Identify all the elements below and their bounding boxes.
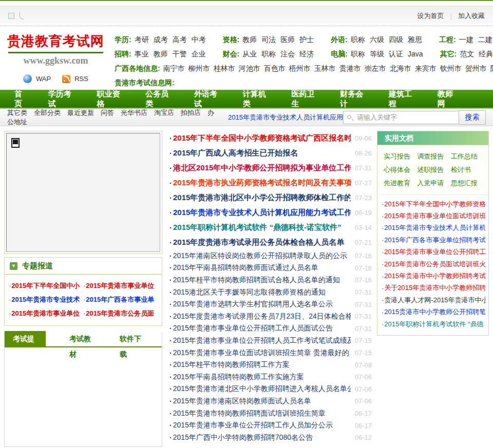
city-link[interactable]: 梧州市 <box>289 64 311 72</box>
main-nav-item[interactable]: 教师网 <box>438 89 460 109</box>
quick-link[interactable]: 成考 <box>154 35 168 44</box>
quick-link[interactable]: 职称 <box>261 50 276 58</box>
quick-link[interactable]: 职称 <box>351 35 365 44</box>
news-link[interactable]: 2015年贵港市事业单位公开招聘工作人员加分公示 <box>173 421 351 430</box>
quick-link[interactable]: 经济 <box>299 50 314 58</box>
tab[interactable]: 软件下载 <box>111 331 153 346</box>
city-link[interactable]: 桂林市 <box>214 64 235 72</box>
news-link[interactable]: 2015年平南县招聘特岗教师工作实施方案 <box>173 373 351 382</box>
news-link[interactable]: 2015年贵港市专业技术人员计算机应用能力考试工作的 <box>173 208 351 218</box>
quick-link[interactable]: 四级 <box>389 35 403 44</box>
quick-link[interactable]: 事业 <box>135 50 149 58</box>
quick-link[interactable]: 范文 <box>460 50 474 58</box>
rss-link[interactable]: RSS <box>74 75 88 83</box>
quick-link[interactable]: Java <box>408 50 423 58</box>
special-report-link[interactable]: ·2015年贵港市事业单位 <box>83 279 158 293</box>
main-nav-item[interactable]: 外语考试 <box>194 89 224 109</box>
quick-link[interactable]: 司法 <box>261 35 276 44</box>
quick-link[interactable]: 二建 <box>478 35 492 44</box>
main-nav-item[interactable]: 首页 <box>14 89 29 109</box>
search-button[interactable]: 搜索 <box>459 110 486 125</box>
news-link[interactable]: 2015年下半年全国中小学教师资格考试广西区报名时间 <box>173 133 351 143</box>
news-link[interactable]: 2015年贵港市港北区中小学公开招聘教师体检工作的通 <box>173 193 351 203</box>
quick-link[interactable]: 经典 <box>479 50 493 58</box>
quick-link[interactable]: 教师 <box>242 35 257 44</box>
sub-nav-link[interactable]: 全部分类 <box>34 109 61 116</box>
quick-link[interactable]: 一建 <box>459 35 473 44</box>
news-link[interactable]: 2015年贵港市执业药师资格考试报名时间及有关事项通 <box>173 178 351 188</box>
sub-nav-link[interactable]: 淘宝店 <box>154 109 174 116</box>
quick-link[interactable]: 干警 <box>173 50 187 58</box>
city-link[interactable]: 崇左市 <box>365 64 386 72</box>
main-nav-item[interactable]: 计算机类 <box>243 89 273 109</box>
city-link[interactable]: 柳州市 <box>188 64 210 72</box>
quick-link[interactable]: 中考 <box>192 35 206 44</box>
main-nav-item[interactable]: 医药卫生 <box>292 89 321 109</box>
city-link[interactable]: 玉林市 <box>314 64 336 72</box>
quick-link[interactable]: 六级 <box>370 35 384 44</box>
city-link[interactable]: 防城港 <box>490 64 493 72</box>
wap-link[interactable]: WAP <box>36 75 51 83</box>
hot-item-link[interactable]: 2015年贵港市中小学教师招聘考试 <box>384 271 485 281</box>
news-link[interactable]: 2015年桂平市特岗教师招聘面试合格人员名单的通知 <box>173 276 351 285</box>
news-link[interactable]: 2015年贵港市事业单位公开招聘工作人员面试公告 <box>173 324 351 333</box>
sub-nav-link[interactable]: 问答 <box>101 109 114 116</box>
hot-item-link[interactable]: 2015年职称计算机考试软件 “鼎德 <box>384 320 483 329</box>
hot-item-link[interactable]: 关于2015年贵港市中小学教师招聘 <box>384 283 485 293</box>
quick-link[interactable]: 医师 <box>280 35 295 44</box>
sub-nav-link[interactable]: 其它类 <box>7 109 27 116</box>
special-report-link[interactable]: ·2015年贵港市专业技术 <box>9 293 83 306</box>
tab[interactable]: 考试教材 <box>61 331 102 346</box>
hot-item-link[interactable]: 2015年广西各市事业单位招聘考试 <box>384 236 485 245</box>
news-link[interactable]: 2015年贵港市港南区特岗教师面试人员名单 <box>173 397 351 406</box>
doc-link[interactable]: 心得体会 <box>384 163 417 177</box>
news-link[interactable]: 2015年贵港市选聘大学生村官拟聘用人选名单公示 <box>173 300 351 309</box>
city-link[interactable]: 南宁市 <box>163 64 185 72</box>
hot-item-link[interactable]: 2015年贵港市公务员面试培训班火 <box>384 260 485 269</box>
special-report-link[interactable]: ·2015年贵港市公务员面 <box>83 306 158 320</box>
news-link[interactable]: 2015年贵港市事业单位公开招聘人员工作考试笔试成绩及 <box>173 336 351 345</box>
news-link[interactable]: 2015年度贵港市考试录用公务员7月23日、24日体检合格 <box>173 312 351 321</box>
quick-link[interactable]: 教师 <box>154 50 168 58</box>
quick-link[interactable]: 从业 <box>242 50 257 58</box>
city-link[interactable]: 北海市 <box>390 64 411 72</box>
doc-link[interactable]: 实习报告 <box>384 150 417 163</box>
main-nav-item[interactable]: 财务会计 <box>340 89 370 109</box>
quick-link[interactable]: 职称 <box>351 50 365 58</box>
main-nav-item[interactable]: 建筑工程 <box>389 89 419 109</box>
news-link[interactable]: 2015年广西成人高考招生已开始报名 <box>173 148 351 158</box>
sub-nav-link[interactable]: 最近更新 <box>67 109 94 116</box>
special-report-link[interactable]: ·2015年下半年全国中小 <box>9 279 83 293</box>
news-link[interactable]: 2015年广西中小学特岗教师招聘7080名公告 <box>173 433 351 442</box>
news-link[interactable]: 2015年贵港市特岗教师招聘面试培训班招生简章 <box>173 409 351 418</box>
news-link[interactable]: 2015年港南区特设岗位教师公开招拟聘录取人员的公示 <box>173 251 351 261</box>
city-link[interactable]: 河池市 <box>239 64 260 72</box>
sub-nav-link[interactable]: 拍拍店 <box>181 109 201 116</box>
news-link[interactable]: 2015年贵港市港北区中小学教师招聘进入考核人员名单公 <box>173 384 351 394</box>
doc-link[interactable]: 检讨书 <box>451 163 484 177</box>
site-logo[interactable]: 贵港教育考试网 www.ggksw.com WAP RSS <box>7 32 104 90</box>
sub-nav-link[interactable]: 光华书店 <box>121 109 147 116</box>
quick-link[interactable]: 认证 <box>389 50 403 58</box>
main-nav-item[interactable]: 公务员类 <box>145 89 175 109</box>
quick-link[interactable]: 高考 <box>173 35 187 44</box>
news-link[interactable]: 2015年度贵港市考试录用公务员体检合格人员名单 <box>173 238 351 247</box>
main-nav-item[interactable]: 职业资格 <box>97 89 127 109</box>
city-link[interactable]: 贵港市 <box>339 64 361 72</box>
quick-link[interactable]: 雅思 <box>408 35 422 44</box>
quick-link[interactable]: 注会 <box>280 50 295 58</box>
doc-link[interactable]: 入党申请 <box>417 177 450 190</box>
add-favorite-link[interactable]: 加入收藏 <box>458 11 485 21</box>
doc-link[interactable]: 述职报告 <box>417 163 450 177</box>
hot-item-link[interactable]: 贵港人事人才网-2015年贵港市中小 <box>384 296 485 305</box>
quick-link[interactable]: 护士 <box>299 35 314 44</box>
quick-link[interactable]: 企业 <box>192 50 206 58</box>
special-report-link[interactable]: ·2015年广西各市事业单 <box>83 293 158 306</box>
doc-link[interactable]: 调查报告 <box>417 150 450 163</box>
news-link[interactable]: 港北区2015年中小学教师公开招聘拟为事业单位工作人 <box>173 163 351 173</box>
city-link[interactable]: 贺州市 <box>465 64 487 72</box>
hot-item-link[interactable]: 2015年贵港市事业单位公开招聘工 <box>384 247 485 257</box>
doc-link[interactable]: 思想汇报 <box>451 177 484 190</box>
main-nav-item[interactable]: 学历考试 <box>48 89 78 109</box>
hot-item-link[interactable]: 2015年下半年全国中小学教师资格 <box>384 200 485 209</box>
